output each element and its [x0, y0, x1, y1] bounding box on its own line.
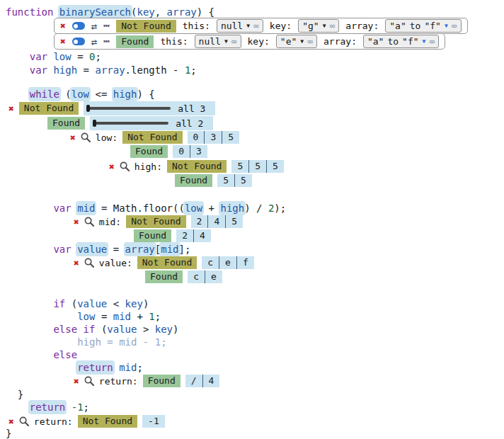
- token-text: ) {: [137, 89, 154, 100]
- swap-icon[interactable]: ⇄: [91, 37, 97, 47]
- token-keyword: else: [53, 349, 77, 360]
- probe-values: 245: [191, 215, 243, 228]
- toggle-switch[interactable]: [72, 38, 85, 45]
- more-icon[interactable]: ⋯: [103, 36, 110, 47]
- code-line: var value = array[mid];: [6, 243, 190, 256]
- probe-row-low-found: Found 03: [130, 144, 207, 159]
- more-icon[interactable]: ⋯: [103, 21, 110, 31]
- slider-handle[interactable]: [93, 120, 96, 127]
- dropdown-word: to: [410, 21, 421, 31]
- close-icon[interactable]: ✖: [74, 377, 79, 386]
- probe-row-return-notfound: ✖ return: Not Found -1: [8, 414, 165, 428]
- link-icon[interactable]: ∞: [329, 21, 335, 30]
- token-probed[interactable]: array: [125, 244, 155, 255]
- token-probed[interactable]: return: [77, 362, 113, 373]
- testcase-badge-found: Found: [130, 145, 168, 158]
- magnifier-icon[interactable]: [120, 161, 130, 171]
- token-text: [6, 203, 53, 214]
- token-keyword: var: [30, 64, 54, 76]
- close-icon[interactable]: ✖: [109, 162, 115, 171]
- probe-row-value-notfound: ✖ value: Not Found cef: [74, 256, 254, 270]
- token-text: [6, 311, 77, 322]
- close-icon[interactable]: ✖: [74, 258, 79, 268]
- link-icon[interactable]: ∞: [452, 21, 457, 30]
- token-identifier: value: [77, 298, 107, 309]
- testcase-badge-found: Found: [116, 35, 154, 48]
- dropdown-value: null: [221, 21, 243, 31]
- close-icon[interactable]: ✖: [60, 21, 66, 30]
- close-icon[interactable]: ✖: [8, 104, 14, 113]
- magnifier-icon[interactable]: [81, 132, 91, 142]
- probe-row-return-found: ✖ return: Found /4: [74, 374, 219, 388]
- iteration-count-label: all 2: [176, 118, 203, 129]
- close-icon[interactable]: ✖: [74, 217, 79, 227]
- link-icon[interactable]: ∞: [307, 37, 313, 46]
- dropdown-value: null: [199, 36, 221, 47]
- token-probed[interactable]: while: [30, 89, 59, 100]
- testcase-badge-notfound: Not Found: [167, 160, 227, 173]
- magnifier-icon[interactable]: [84, 376, 94, 386]
- token-text: [6, 362, 77, 373]
- key-dropdown[interactable]: "e"▼∞: [276, 35, 317, 48]
- probe-values: 03: [173, 145, 207, 158]
- token-probed[interactable]: low: [71, 89, 89, 100]
- probe-row-high-found: Found 55: [175, 173, 252, 188]
- probe-values: -1: [142, 415, 165, 428]
- token-probed[interactable]: high: [113, 89, 137, 100]
- magnifier-icon[interactable]: [19, 416, 29, 426]
- iteration-slider[interactable]: [93, 122, 168, 125]
- close-icon[interactable]: ✖: [60, 37, 66, 46]
- code-line: }: [6, 388, 23, 401]
- link-icon[interactable]: ∞: [231, 37, 237, 46]
- this-dropdown[interactable]: null▼∞: [217, 19, 263, 33]
- probe-row-value-found: Found ce: [145, 270, 222, 284]
- testcase-badge-notfound: Not Found: [78, 415, 137, 428]
- iteration-count-label: all 3: [178, 103, 205, 114]
- token-text: ;: [95, 51, 101, 62]
- array-dropdown[interactable]: "a"to"f"▼∞: [363, 35, 439, 48]
- magnifier-icon[interactable]: [84, 217, 94, 227]
- token-keyword: var: [53, 203, 77, 214]
- token-text: (: [59, 89, 71, 100]
- live-editor: function binarySearch(key, array) { ✖ ⇄ …: [0, 0, 504, 439]
- testcase-badge-found: Found: [145, 270, 183, 283]
- close-icon[interactable]: ✖: [8, 417, 14, 426]
- code-line: if (value < key): [6, 297, 149, 310]
- key-dropdown[interactable]: "g"▼∞: [298, 19, 339, 33]
- token-number: 1: [149, 311, 154, 322]
- link-icon[interactable]: ∞: [253, 21, 259, 30]
- this-dropdown[interactable]: null▼∞: [195, 35, 241, 48]
- probe-value: 5: [225, 215, 243, 228]
- array-dropdown[interactable]: "a"to"f"▼∞: [385, 19, 461, 33]
- probe-value: e: [219, 256, 236, 269]
- token-probed[interactable]: return: [30, 401, 66, 413]
- probe-value: 4: [193, 229, 211, 242]
- link-icon[interactable]: ∞: [429, 37, 435, 46]
- token-text: [6, 244, 53, 255]
- token-text: ): [143, 298, 149, 309]
- iteration-slider[interactable]: [87, 107, 171, 110]
- swap-icon[interactable]: ⇄: [91, 21, 97, 31]
- token-probed[interactable]: binarySearch: [59, 6, 131, 18]
- loop-widget-found: Found all 2: [47, 116, 213, 130]
- token-text: [6, 51, 30, 62]
- probe-value: /: [185, 375, 202, 387]
- close-icon[interactable]: ✖: [70, 133, 76, 142]
- token-identifier: high: [53, 64, 77, 76]
- token-probed[interactable]: value: [77, 244, 107, 255]
- token-probed[interactable]: mid: [77, 203, 95, 214]
- token-keyword: var: [30, 51, 54, 62]
- probe-value: 3: [204, 131, 222, 144]
- slider-handle[interactable]: [86, 105, 90, 112]
- token-probed[interactable]: low: [185, 203, 202, 214]
- token-identifier: mid: [113, 311, 131, 322]
- token-keyword: function: [6, 6, 59, 18]
- token-text: }: [6, 428, 11, 439]
- magnifier-icon[interactable]: [84, 258, 94, 268]
- token-probed[interactable]: mid: [161, 244, 178, 255]
- token-probed[interactable]: high: [220, 203, 244, 214]
- arg-label-this: this:: [160, 36, 188, 47]
- toggle-switch[interactable]: [72, 22, 85, 30]
- testcase-badge-notfound: Not Found: [116, 20, 176, 33]
- probe-row-mid-notfound: ✖ mid: Not Found 245: [74, 215, 243, 229]
